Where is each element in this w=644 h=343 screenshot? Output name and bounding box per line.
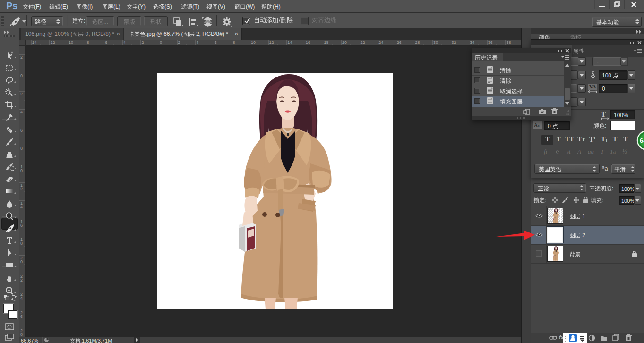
svg-text:64: 64	[640, 137, 644, 144]
